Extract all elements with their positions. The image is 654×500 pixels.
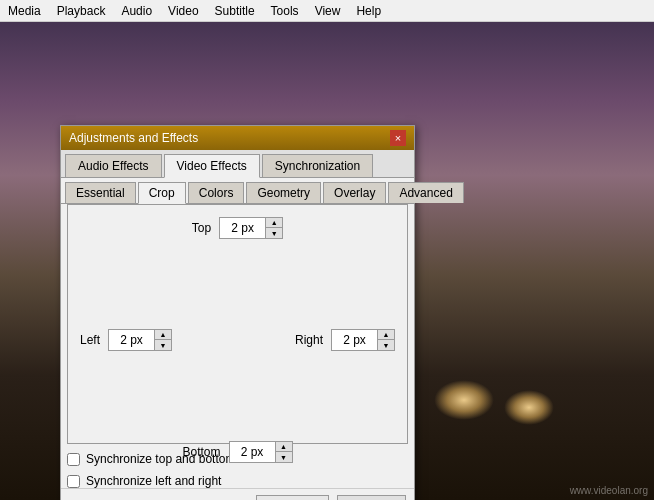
left-group: Left ▲ ▼ bbox=[80, 329, 172, 351]
watermark: www.videolan.org bbox=[570, 485, 648, 496]
top-spin-up[interactable]: ▲ bbox=[266, 218, 282, 228]
headlight-left bbox=[434, 380, 494, 420]
top-spin-down[interactable]: ▼ bbox=[266, 228, 282, 238]
bottom-spin-up[interactable]: ▲ bbox=[276, 442, 292, 452]
left-label: Left bbox=[80, 333, 100, 347]
right-spin-up[interactable]: ▲ bbox=[378, 330, 394, 340]
sync-left-right-label: Synchronize left and right bbox=[86, 474, 221, 488]
subtab-essential[interactable]: Essential bbox=[65, 182, 136, 203]
menu-help[interactable]: Help bbox=[348, 2, 389, 20]
menubar: Media Playback Audio Video Subtitle Tool… bbox=[0, 0, 654, 22]
menu-video[interactable]: Video bbox=[160, 2, 206, 20]
subtab-advanced[interactable]: Advanced bbox=[388, 182, 463, 203]
bottom-label: Bottom bbox=[182, 445, 220, 459]
sync-left-right-checkbox[interactable] bbox=[67, 475, 80, 488]
close-button[interactable]: Close bbox=[256, 495, 329, 500]
left-spin-up[interactable]: ▲ bbox=[155, 330, 171, 340]
bottom-value-input[interactable] bbox=[230, 442, 275, 462]
right-group: Right ▲ ▼ bbox=[295, 329, 395, 351]
checkbox-sync-left-right: Synchronize left and right bbox=[61, 474, 414, 488]
right-label: Right bbox=[295, 333, 323, 347]
menu-tools[interactable]: Tools bbox=[263, 2, 307, 20]
left-spin-down[interactable]: ▼ bbox=[155, 340, 171, 350]
dialog-title: Adjustments and Effects bbox=[69, 131, 198, 145]
middle-row: Left ▲ ▼ Right ▲ ▼ bbox=[80, 329, 395, 351]
dialog-titlebar: Adjustments and Effects × bbox=[61, 126, 414, 150]
top-spinbox: ▲ ▼ bbox=[219, 217, 283, 239]
menu-subtitle[interactable]: Subtitle bbox=[207, 2, 263, 20]
dialog-close-button[interactable]: × bbox=[390, 130, 406, 146]
bottom-spinbox-buttons: ▲ ▼ bbox=[275, 442, 292, 462]
subtab-colors[interactable]: Colors bbox=[188, 182, 245, 203]
top-label: Top bbox=[192, 221, 211, 235]
save-button[interactable]: Save bbox=[337, 495, 406, 500]
adjustments-dialog: Adjustments and Effects × Audio Effects … bbox=[60, 125, 415, 500]
tab-video-effects[interactable]: Video Effects bbox=[164, 154, 260, 178]
tab-audio-effects[interactable]: Audio Effects bbox=[65, 154, 162, 177]
right-spinbox: ▲ ▼ bbox=[331, 329, 395, 351]
subtab-bar: Essential Crop Colors Geometry Overlay A… bbox=[61, 178, 414, 204]
bottom-spin-down[interactable]: ▼ bbox=[276, 452, 292, 462]
right-spinbox-buttons: ▲ ▼ bbox=[377, 330, 394, 350]
top-value-input[interactable] bbox=[220, 218, 265, 238]
left-spinbox-buttons: ▲ ▼ bbox=[154, 330, 171, 350]
menu-audio[interactable]: Audio bbox=[113, 2, 160, 20]
dialog-button-bar: Close Save bbox=[61, 488, 414, 500]
bottom-spinbox: ▲ ▼ bbox=[229, 441, 293, 463]
left-value-input[interactable] bbox=[109, 330, 154, 350]
menu-media[interactable]: Media bbox=[0, 2, 49, 20]
subtab-crop[interactable]: Crop bbox=[138, 182, 186, 204]
menu-playback[interactable]: Playback bbox=[49, 2, 114, 20]
headlight-right bbox=[504, 390, 554, 425]
main-tab-bar: Audio Effects Video Effects Synchronizat… bbox=[61, 150, 414, 178]
crop-content-area: Top ▲ ▼ Left ▲ ▼ bbox=[67, 204, 408, 444]
right-value-input[interactable] bbox=[332, 330, 377, 350]
sync-top-bottom-checkbox[interactable] bbox=[67, 453, 80, 466]
subtab-overlay[interactable]: Overlay bbox=[323, 182, 386, 203]
bottom-row: Bottom ▲ ▼ bbox=[80, 441, 395, 463]
tab-synchronization[interactable]: Synchronization bbox=[262, 154, 373, 177]
right-spin-down[interactable]: ▼ bbox=[378, 340, 394, 350]
menu-view[interactable]: View bbox=[307, 2, 349, 20]
left-spinbox: ▲ ▼ bbox=[108, 329, 172, 351]
subtab-geometry[interactable]: Geometry bbox=[246, 182, 321, 203]
top-row: Top ▲ ▼ bbox=[80, 217, 395, 239]
top-spinbox-buttons: ▲ ▼ bbox=[265, 218, 282, 238]
